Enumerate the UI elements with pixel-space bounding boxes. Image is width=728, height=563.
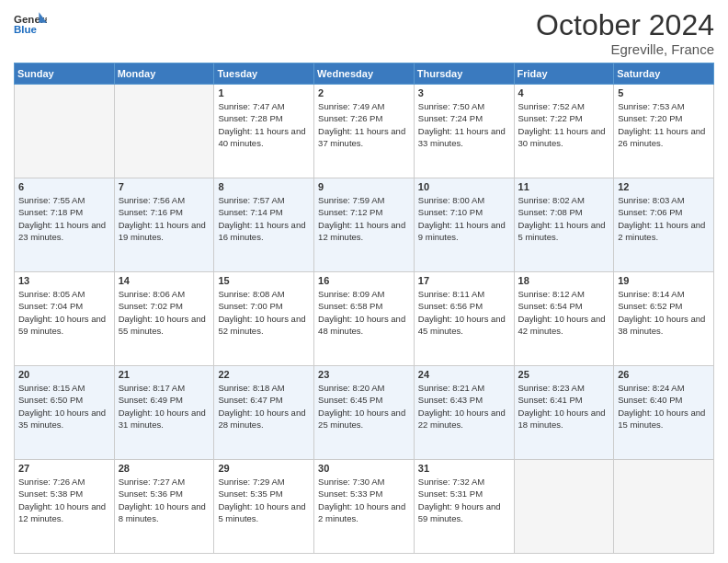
day-number: 1 xyxy=(218,87,310,98)
table-row: 25Sunrise: 8:23 AM Sunset: 6:41 PM Dayli… xyxy=(514,366,614,460)
day-number: 11 xyxy=(518,181,610,192)
day-info: Sunrise: 7:49 AM Sunset: 7:26 PM Dayligh… xyxy=(318,100,410,149)
table-row: 3Sunrise: 7:50 AM Sunset: 7:24 PM Daylig… xyxy=(414,85,514,178)
table-row: 18Sunrise: 8:12 AM Sunset: 6:54 PM Dayli… xyxy=(514,272,614,366)
table-row: 15Sunrise: 8:08 AM Sunset: 7:00 PM Dayli… xyxy=(214,272,314,366)
table-row: 10Sunrise: 8:00 AM Sunset: 7:10 PM Dayli… xyxy=(414,178,514,272)
col-friday: Friday xyxy=(514,63,614,85)
day-info: Sunrise: 7:27 AM Sunset: 5:36 PM Dayligh… xyxy=(119,476,210,524)
day-info: Sunrise: 8:20 AM Sunset: 6:45 PM Dayligh… xyxy=(318,382,410,431)
day-info: Sunrise: 8:12 AM Sunset: 6:54 PM Dayligh… xyxy=(518,288,610,337)
table-row: 24Sunrise: 8:21 AM Sunset: 6:43 PM Dayli… xyxy=(414,366,514,460)
day-number: 7 xyxy=(119,181,210,192)
day-number: 10 xyxy=(418,181,510,192)
location: Egreville, France xyxy=(536,41,714,57)
table-row: 6Sunrise: 7:55 AM Sunset: 7:18 PM Daylig… xyxy=(15,178,115,272)
day-info: Sunrise: 7:52 AM Sunset: 7:22 PM Dayligh… xyxy=(518,100,610,149)
table-row: 1Sunrise: 7:47 AM Sunset: 7:28 PM Daylig… xyxy=(214,85,314,178)
day-number: 4 xyxy=(518,87,610,98)
calendar-table: Sunday Monday Tuesday Wednesday Thursday… xyxy=(14,63,714,554)
page-header: General Blue October 2024 Egreville, Fra… xyxy=(14,9,714,57)
table-row: 16Sunrise: 8:09 AM Sunset: 6:58 PM Dayli… xyxy=(314,272,415,366)
svg-text:Blue: Blue xyxy=(14,24,38,35)
calendar-week-row: 20Sunrise: 8:15 AM Sunset: 6:50 PM Dayli… xyxy=(15,366,714,460)
table-row: 8Sunrise: 7:57 AM Sunset: 7:14 PM Daylig… xyxy=(214,178,314,272)
day-info: Sunrise: 8:14 AM Sunset: 6:52 PM Dayligh… xyxy=(618,288,710,337)
col-tuesday: Tuesday xyxy=(214,63,314,85)
day-number: 27 xyxy=(18,463,110,474)
table-row: 9Sunrise: 7:59 AM Sunset: 7:12 PM Daylig… xyxy=(314,178,415,272)
table-row xyxy=(114,85,214,178)
day-number: 17 xyxy=(418,275,510,286)
day-info: Sunrise: 7:26 AM Sunset: 5:38 PM Dayligh… xyxy=(18,476,110,524)
table-row: 21Sunrise: 8:17 AM Sunset: 6:49 PM Dayli… xyxy=(114,366,214,460)
table-row xyxy=(514,460,614,554)
day-info: Sunrise: 7:56 AM Sunset: 7:16 PM Dayligh… xyxy=(119,194,210,243)
day-number: 25 xyxy=(518,369,610,380)
day-number: 26 xyxy=(618,369,710,380)
day-number: 16 xyxy=(318,275,410,286)
day-number: 14 xyxy=(119,275,210,286)
logo: General Blue xyxy=(14,9,47,42)
col-saturday: Saturday xyxy=(614,63,714,85)
table-row: 31Sunrise: 7:32 AM Sunset: 5:31 PM Dayli… xyxy=(414,460,514,554)
day-info: Sunrise: 8:03 AM Sunset: 7:06 PM Dayligh… xyxy=(618,194,710,243)
title-area: October 2024 Egreville, France xyxy=(536,9,714,57)
day-number: 8 xyxy=(218,181,310,192)
day-number: 15 xyxy=(218,275,310,286)
calendar-header-row: Sunday Monday Tuesday Wednesday Thursday… xyxy=(15,63,714,85)
day-info: Sunrise: 8:17 AM Sunset: 6:49 PM Dayligh… xyxy=(119,382,210,431)
day-info: Sunrise: 8:11 AM Sunset: 6:56 PM Dayligh… xyxy=(418,288,510,337)
day-info: Sunrise: 8:05 AM Sunset: 7:04 PM Dayligh… xyxy=(18,288,110,337)
logo-icon: General Blue xyxy=(14,9,47,42)
day-info: Sunrise: 7:47 AM Sunset: 7:28 PM Dayligh… xyxy=(218,100,310,149)
day-info: Sunrise: 7:55 AM Sunset: 7:18 PM Dayligh… xyxy=(18,194,110,243)
day-info: Sunrise: 7:59 AM Sunset: 7:12 PM Dayligh… xyxy=(318,194,410,243)
table-row xyxy=(15,85,115,178)
day-number: 3 xyxy=(418,87,510,98)
table-row: 26Sunrise: 8:24 AM Sunset: 6:40 PM Dayli… xyxy=(614,366,714,460)
day-info: Sunrise: 8:08 AM Sunset: 7:00 PM Dayligh… xyxy=(218,288,310,337)
calendar-week-row: 13Sunrise: 8:05 AM Sunset: 7:04 PM Dayli… xyxy=(15,272,714,366)
day-info: Sunrise: 7:50 AM Sunset: 7:24 PM Dayligh… xyxy=(418,100,510,149)
calendar-week-row: 27Sunrise: 7:26 AM Sunset: 5:38 PM Dayli… xyxy=(15,460,714,554)
day-info: Sunrise: 8:24 AM Sunset: 6:40 PM Dayligh… xyxy=(618,382,710,431)
day-number: 24 xyxy=(418,369,510,380)
table-row: 14Sunrise: 8:06 AM Sunset: 7:02 PM Dayli… xyxy=(114,272,214,366)
calendar-week-row: 6Sunrise: 7:55 AM Sunset: 7:18 PM Daylig… xyxy=(15,178,714,272)
calendar-week-row: 1Sunrise: 7:47 AM Sunset: 7:28 PM Daylig… xyxy=(15,85,714,178)
table-row: 23Sunrise: 8:20 AM Sunset: 6:45 PM Dayli… xyxy=(314,366,415,460)
table-row: 2Sunrise: 7:49 AM Sunset: 7:26 PM Daylig… xyxy=(314,85,415,178)
day-number: 9 xyxy=(318,181,410,192)
day-number: 5 xyxy=(618,87,710,98)
day-number: 23 xyxy=(318,369,410,380)
table-row: 27Sunrise: 7:26 AM Sunset: 5:38 PM Dayli… xyxy=(15,460,115,554)
table-row: 30Sunrise: 7:30 AM Sunset: 5:33 PM Dayli… xyxy=(314,460,415,554)
table-row: 17Sunrise: 8:11 AM Sunset: 6:56 PM Dayli… xyxy=(414,272,514,366)
table-row: 13Sunrise: 8:05 AM Sunset: 7:04 PM Dayli… xyxy=(15,272,115,366)
day-number: 6 xyxy=(18,181,110,192)
table-row: 4Sunrise: 7:52 AM Sunset: 7:22 PM Daylig… xyxy=(514,85,614,178)
day-number: 30 xyxy=(318,463,410,474)
day-number: 19 xyxy=(618,275,710,286)
day-number: 12 xyxy=(618,181,710,192)
day-number: 2 xyxy=(318,87,410,98)
day-info: Sunrise: 8:06 AM Sunset: 7:02 PM Dayligh… xyxy=(119,288,210,337)
col-monday: Monday xyxy=(114,63,214,85)
day-info: Sunrise: 8:21 AM Sunset: 6:43 PM Dayligh… xyxy=(418,382,510,431)
month-title: October 2024 xyxy=(536,9,714,41)
day-number: 22 xyxy=(218,369,310,380)
table-row: 22Sunrise: 8:18 AM Sunset: 6:47 PM Dayli… xyxy=(214,366,314,460)
col-sunday: Sunday xyxy=(15,63,115,85)
day-info: Sunrise: 8:02 AM Sunset: 7:08 PM Dayligh… xyxy=(518,194,610,243)
day-info: Sunrise: 8:23 AM Sunset: 6:41 PM Dayligh… xyxy=(518,382,610,431)
table-row: 11Sunrise: 8:02 AM Sunset: 7:08 PM Dayli… xyxy=(514,178,614,272)
day-number: 20 xyxy=(18,369,110,380)
day-number: 21 xyxy=(119,369,210,380)
day-info: Sunrise: 7:30 AM Sunset: 5:33 PM Dayligh… xyxy=(318,476,410,524)
day-info: Sunrise: 8:09 AM Sunset: 6:58 PM Dayligh… xyxy=(318,288,410,337)
day-info: Sunrise: 8:00 AM Sunset: 7:10 PM Dayligh… xyxy=(418,194,510,243)
col-wednesday: Wednesday xyxy=(314,63,415,85)
table-row xyxy=(614,460,714,554)
day-info: Sunrise: 8:18 AM Sunset: 6:47 PM Dayligh… xyxy=(218,382,310,431)
